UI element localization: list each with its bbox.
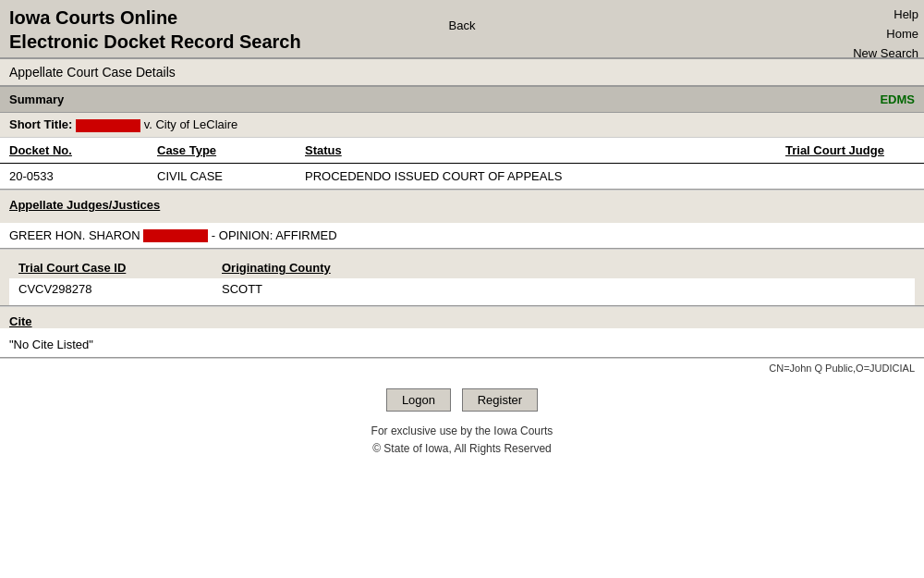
cite-header: Cite [9,314,915,328]
edms-link[interactable]: EDMS [880,92,915,106]
col-header-case-type: Case Type [148,138,296,164]
footer-line1: For exclusive use by the Iowa Courts [0,423,924,440]
new-search-link[interactable]: New Search [853,44,918,64]
cite-value: "No Cite Listed" [9,338,93,351]
header: Iowa Courts Online Electronic Docket Rec… [0,0,924,59]
table-row: 20-0533 CIVIL CASE PROCEDENDO ISSUED COU… [0,163,924,189]
short-title-value: v. City of LeClaire [144,117,238,131]
short-title-label: Short Title: [9,117,72,131]
page-subtitle: Appellate Court Case Details [0,59,924,86]
footer-cert: CN=John Q Public,O=JUDICIAL [0,358,924,377]
trial-case-id-header: Trial Court Case ID [9,257,213,278]
summary-bar: Summary EDMS [0,87,924,113]
appellate-section: Appellate Judges/Justices [0,190,924,223]
redacted-judge [143,229,208,242]
header-links: Help Home New Search [853,6,918,63]
originating-county-cell: SCOTT [213,278,915,305]
cite-content: "No Cite Listed" [0,332,924,357]
home-link[interactable]: Home [853,25,918,44]
back-link[interactable]: Back [449,18,476,32]
help-link[interactable]: Help [853,6,918,25]
back-anchor[interactable]: Back [449,18,476,32]
logon-button[interactable]: Logon [386,388,451,412]
trial-table-row: CVCV298278 SCOTT [9,278,915,305]
trial-case-id-cell: CVCV298278 [9,278,213,305]
footer-line2: © State of Iowa, All Rights Reserved [0,440,924,458]
title-line1: Iowa Courts Online [9,7,177,28]
appellate-judge-name: GREER HON. SHARON [9,228,140,242]
register-button[interactable]: Register [462,388,538,412]
summary-label: Summary [9,92,64,106]
trial-table: Trial Court Case ID Originating County C… [9,257,915,305]
case-table: Docket No. Case Type Status Trial Court … [0,138,924,189]
short-title-row: Short Title: v. City of LeClaire [0,113,924,138]
footer-text: For exclusive use by the Iowa Courts © S… [0,423,924,467]
cite-section: Cite [0,306,924,328]
redacted-name [76,119,140,132]
docket-no-cell: 20-0533 [0,163,148,189]
footer-buttons: Logon Register [0,377,924,423]
appellate-opinion: - OPINION: AFFIRMED [212,228,337,242]
subtitle-text: Appellate Court Case Details [9,65,176,80]
appellate-header: Appellate Judges/Justices [9,198,915,212]
case-type-cell: CIVIL CASE [148,163,296,189]
judge-cell [776,163,924,189]
col-header-docket: Docket No. [0,138,148,164]
appellate-content: GREER HON. SHARON - OPINION: AFFIRMED [0,223,924,249]
status-cell: PROCEDENDO ISSUED COURT OF APPEALS [296,163,776,189]
col-header-judge: Trial Court Judge [776,138,924,164]
col-header-status: Status [296,138,776,164]
title-line2: Electronic Docket Record Search [9,31,301,52]
trial-court-section: Trial Court Case ID Originating County C… [0,249,924,305]
originating-county-header: Originating County [213,257,915,278]
cert-text: CN=John Q Public,O=JUDICIAL [769,363,915,374]
